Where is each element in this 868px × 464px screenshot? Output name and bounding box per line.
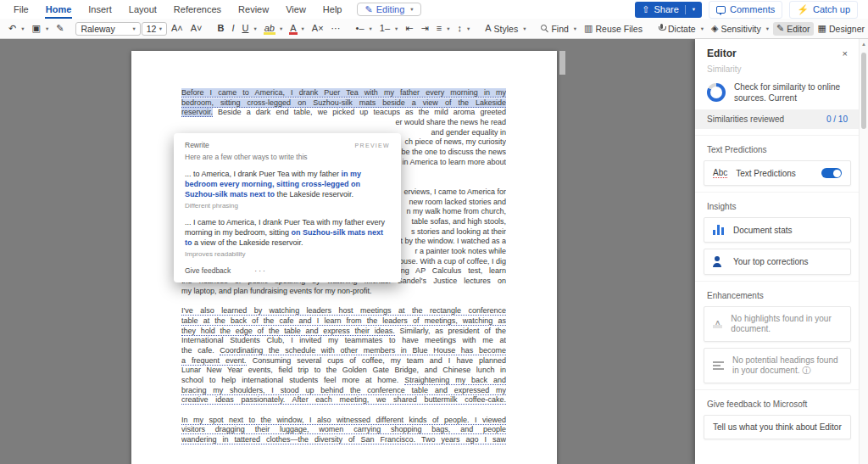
window-scrollbar[interactable]: ▲ xyxy=(859,39,868,464)
menu-home[interactable]: Home xyxy=(37,0,81,19)
no-headings-row[interactable]: No potential headings found in your docu… xyxy=(704,348,851,383)
document-line[interactable]: Before I came to America, I drank Puer T… xyxy=(181,88,506,98)
alignment-button[interactable]: ≡ xyxy=(433,22,453,35)
bullets-button[interactable]: •– xyxy=(353,22,376,35)
feedback-row[interactable]: Tell us what you think about Editor xyxy=(704,415,851,439)
text-run: table at the back of the cafe and I lear… xyxy=(181,316,506,326)
document-line[interactable]: er would share the news he read xyxy=(181,118,506,128)
document-line[interactable]: reservoir. Beside a dark end table, we p… xyxy=(181,108,506,118)
pencil-icon: ✎ xyxy=(364,5,372,14)
similarities-reviewed-label: Similarities reviewed xyxy=(707,115,784,124)
document-line[interactable] xyxy=(181,405,506,416)
rewrite-suggestion[interactable]: ... I came to America, I drank Puer Tea … xyxy=(185,217,390,258)
document-line[interactable]: Lunar New Year events, field trip to the… xyxy=(181,366,506,376)
similarity-check-row[interactable]: Check for similarity to online sources. … xyxy=(695,74,860,109)
text-run: school to help international students fe… xyxy=(181,376,404,384)
clear-formatting-button[interactable]: A× xyxy=(309,22,327,35)
document-line[interactable]: creative ideas passionately. After each … xyxy=(181,395,506,405)
no-highlights-row[interactable]: ANo highlights found in your document. xyxy=(704,306,851,342)
document-stats-row[interactable]: Document stats xyxy=(704,217,851,243)
text-predictions-row[interactable]: Abc Text Predictions xyxy=(704,160,851,186)
bullets-icon: •– xyxy=(356,24,364,33)
shrink-font-button[interactable]: A˅ xyxy=(187,22,206,35)
text-predictions-toggle[interactable] xyxy=(821,168,842,178)
styles-button[interactable]: AStyles xyxy=(481,22,529,36)
text-run: Straightening my back and xyxy=(404,376,506,385)
share-button[interactable]: ⇧ Share xyxy=(635,2,702,18)
search-icon xyxy=(541,25,548,32)
undo-button[interactable]: ↶ xyxy=(5,22,27,35)
rewrite-more-options-button[interactable]: ··· xyxy=(254,266,267,275)
window-scrollbar-thumb[interactable] xyxy=(861,53,866,129)
paste-button[interactable]: ▣ xyxy=(28,22,52,35)
menu-file[interactable]: File xyxy=(5,0,37,19)
italic-button[interactable]: I xyxy=(228,22,237,35)
dictate-button[interactable]: Dictate xyxy=(654,22,707,36)
give-feedback-link[interactable]: Give feedback xyxy=(185,266,231,275)
document-line[interactable] xyxy=(181,296,506,306)
document-line[interactable]: bracing my shoulders, I stood up behind … xyxy=(181,386,506,396)
comments-button[interactable]: Comments xyxy=(709,1,782,19)
more-font-options-button[interactable]: ⋯ xyxy=(328,22,344,35)
document-line[interactable]: I've also learned by watching leaders ho… xyxy=(181,306,506,316)
bold-button[interactable]: B xyxy=(214,22,227,35)
menu-insert[interactable]: Insert xyxy=(80,0,120,19)
highlight-button[interactable]: ab xyxy=(261,22,287,35)
menu-view[interactable]: View xyxy=(277,0,314,19)
feedback-label: Tell us what you think about Editor xyxy=(713,422,842,432)
document-scrollbar-thumb[interactable] xyxy=(559,51,565,75)
catch-up-button[interactable]: ⚡ Catch up xyxy=(789,1,858,19)
underline-button[interactable]: U xyxy=(238,22,259,35)
line-spacing-button[interactable]: ↕ xyxy=(453,22,473,35)
document-line[interactable]: a frequent event. Consuming several cups… xyxy=(181,356,506,366)
numbering-button[interactable]: 1– xyxy=(376,22,402,35)
menu-layout[interactable]: Layout xyxy=(120,0,165,19)
similarity-check-text: Check for similarity to online sources. … xyxy=(734,81,848,103)
close-icon[interactable]: × xyxy=(843,48,848,59)
catch-up-label: Catch up xyxy=(813,4,850,14)
outdent-button[interactable]: ⇤ xyxy=(402,22,416,35)
text-run: s stories and looking at their xyxy=(411,227,506,236)
grow-font-icon: A˄ xyxy=(171,24,183,33)
find-button[interactable]: Find xyxy=(537,22,580,36)
suggestion-text: ... to America, I drank Puer Tea with my… xyxy=(185,169,390,199)
document-line[interactable]: they hold the edge of the table and expr… xyxy=(181,327,506,337)
font-name-select[interactable]: Raleway xyxy=(75,22,140,36)
document-line[interactable]: visitors dragging their luggage, women c… xyxy=(181,425,506,435)
text-run: er would share the news he read xyxy=(395,118,506,126)
similarities-reviewed-row[interactable]: Similarities reviewed 0 / 10 xyxy=(695,109,860,129)
font-size-select[interactable]: 12 xyxy=(142,22,167,36)
font-color-button[interactable]: A xyxy=(287,22,308,35)
menu-review[interactable]: Review xyxy=(230,0,277,19)
suggestion-text: ... I came to America, I drank Puer Tea … xyxy=(185,217,390,248)
rewrite-suggestion[interactable]: ... to America, I drank Puer Tea with my… xyxy=(185,169,390,210)
scroll-up-arrow-icon[interactable]: ▲ xyxy=(860,42,868,47)
document-line[interactable]: International Students Club, I invited m… xyxy=(181,336,506,346)
top-corrections-row[interactable]: Your top corrections xyxy=(704,249,851,275)
document-line[interactable]: the cafe. Coordinating the schedule with… xyxy=(181,346,506,356)
format-painter-button[interactable]: ✎ xyxy=(53,22,67,35)
sensitivity-button[interactable]: ◈Sensitivity xyxy=(708,22,772,36)
document-line[interactable]: school to help international students fe… xyxy=(181,376,506,386)
menu-references[interactable]: References xyxy=(165,0,230,19)
document-line[interactable]: wandering in tattered clothes—the divers… xyxy=(181,435,506,445)
text-run: the cafe. xyxy=(181,346,220,355)
indent-button[interactable]: ⇥ xyxy=(418,22,432,35)
text-predictions-icon: Abc xyxy=(713,168,727,178)
text-run: wandering in tattered clothes—the divers… xyxy=(181,435,506,444)
share-label: Share xyxy=(654,4,678,14)
editing-mode-button[interactable]: ✎ Editing xyxy=(357,3,420,16)
document-line[interactable]: table at the back of the cafe and I lear… xyxy=(181,316,506,327)
text-run: International Students Club, I invited m… xyxy=(181,336,506,344)
menu-help[interactable]: Help xyxy=(314,0,351,19)
grow-font-button[interactable]: A˄ xyxy=(168,22,186,35)
styles-icon: A xyxy=(485,24,491,33)
document-line[interactable]: In my spot next to the window, I also wi… xyxy=(181,416,506,426)
text-run: t by the window. I watched as a xyxy=(400,237,506,245)
reuse-files-button[interactable]: ▥Reuse Files xyxy=(581,22,646,36)
sensitivity-icon: ◈ xyxy=(711,24,718,33)
document-line[interactable]: my laptop, and plan fundraising events f… xyxy=(181,287,506,297)
editor-button[interactable]: ✎Editor xyxy=(773,22,814,36)
designer-button[interactable]: ▦Designer xyxy=(815,22,868,36)
document-line[interactable]: bedroom, sitting cross-legged on Suzhou-… xyxy=(181,98,506,109)
